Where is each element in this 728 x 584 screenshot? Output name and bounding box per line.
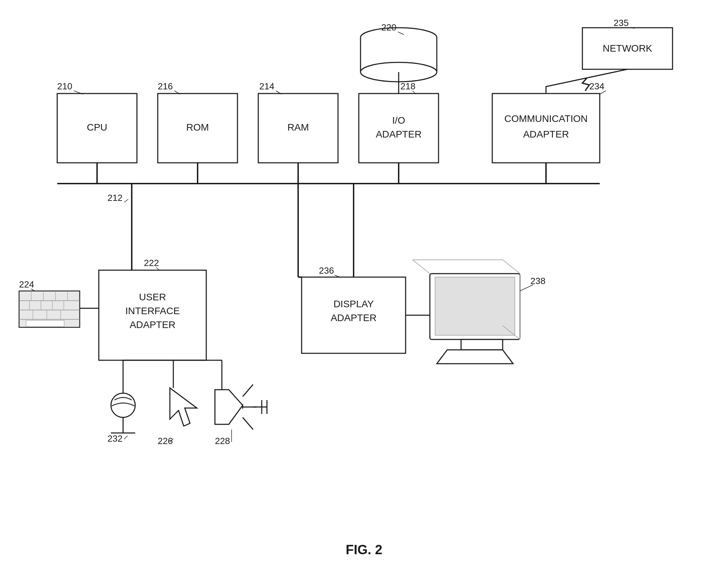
ref-238: 238 bbox=[530, 276, 545, 286]
ref-212: 212 bbox=[107, 193, 122, 203]
ref-216: 216 bbox=[158, 81, 173, 91]
speaker-icon bbox=[215, 390, 243, 424]
ref-224: 224 bbox=[19, 279, 34, 290]
rom-label: ROM bbox=[186, 122, 209, 133]
svg-rect-14 bbox=[26, 320, 64, 327]
ref-214: 214 bbox=[259, 81, 274, 91]
ref-218: 218 bbox=[400, 81, 415, 91]
monitor-3d-top-right bbox=[503, 260, 520, 274]
mic-icon bbox=[111, 393, 135, 417]
cpu-label: CPU bbox=[87, 122, 107, 133]
ref-228: 228 bbox=[215, 436, 230, 446]
io-adapter-box bbox=[359, 94, 439, 163]
display-adapter-label2: ADAPTER bbox=[331, 312, 376, 323]
io-adapter-label2: ADAPTER bbox=[376, 129, 422, 140]
network-label: NETWORK bbox=[603, 43, 652, 54]
ref-236: 236 bbox=[319, 265, 334, 276]
ram-label: RAM bbox=[287, 122, 309, 133]
ref-238-line bbox=[520, 285, 533, 291]
ref-232: 232 bbox=[107, 433, 122, 444]
comm-adapter-label2: ADAPTER bbox=[523, 129, 569, 140]
ui-adapter-label3: ADAPTER bbox=[130, 319, 175, 330]
lightning-icon bbox=[582, 78, 589, 91]
figure-caption: FIG. 2 bbox=[346, 542, 382, 557]
ui-adapter-label1: USER bbox=[139, 292, 166, 302]
comm-adapter-box bbox=[492, 94, 600, 163]
io-adapter-label: I/O bbox=[392, 115, 405, 126]
ref-232-line bbox=[124, 436, 128, 439]
ref-222: 222 bbox=[144, 258, 159, 268]
ui-adapter-label2: INTERFACE bbox=[125, 306, 180, 316]
network-to-comm bbox=[546, 69, 627, 94]
ref-234: 234 bbox=[589, 81, 604, 91]
monitor-inner bbox=[435, 277, 515, 335]
comm-adapter-label1: COMMUNICATION bbox=[504, 113, 588, 124]
ref-212-line bbox=[124, 199, 128, 202]
speaker-line3 bbox=[243, 417, 253, 430]
ref-220: 220 bbox=[381, 22, 396, 33]
ref-235: 235 bbox=[614, 18, 629, 28]
speaker-line1 bbox=[243, 384, 253, 397]
diagram-container: CPU ROM RAM I/O ADAPTER COMMUNICATION AD… bbox=[0, 0, 728, 584]
monitor-3d-top-left bbox=[413, 260, 430, 274]
monitor-neck bbox=[461, 339, 503, 350]
ref-226: 226 bbox=[158, 436, 173, 446]
display-adapter-label1: DISPLAY bbox=[333, 299, 374, 309]
mouse-cursor-icon bbox=[170, 388, 197, 426]
ref-210: 210 bbox=[57, 81, 72, 91]
monitor-base bbox=[437, 350, 513, 364]
